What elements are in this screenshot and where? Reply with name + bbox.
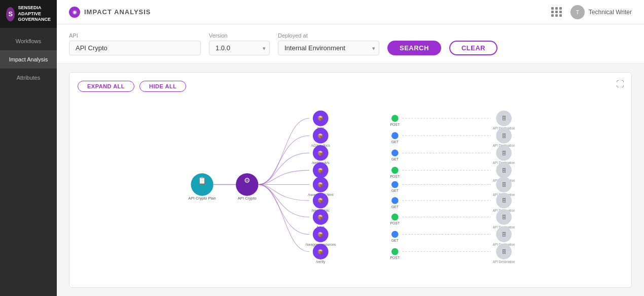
sidebar-item-label: Impact Analysis — [9, 56, 48, 62]
deployed-select[interactable]: Internal Environment External Environmen… — [278, 41, 379, 55]
sidebar-item-label: Workflows — [16, 38, 42, 44]
impact-diagram: 📋 API Crypto Plan ⚙ API Crypto 📦 /sign P… — [78, 98, 623, 271]
logo-icon: S — [6, 7, 15, 21]
hide-all-button[interactable]: HIDE ALL — [139, 81, 186, 92]
svg-text:API Crypto Plan: API Crypto Plan — [188, 196, 216, 201]
svg-text:📦: 📦 — [317, 249, 324, 255]
sidebar-item-impact-analysis[interactable]: Impact Analysis — [0, 50, 57, 69]
svg-text:📦: 📦 — [317, 232, 324, 238]
svg-text:📦: 📦 — [317, 182, 324, 188]
svg-text:🗄: 🗄 — [502, 134, 506, 139]
search-bar: API Version 1.0.0 2.0.0 Deployed at Inte… — [57, 24, 644, 64]
main-content: ◉ IMPACT ANALYSIS T Technical Writer API… — [57, 0, 644, 296]
page-title: IMPACT ANALYSIS — [84, 8, 151, 16]
sidebar-nav: Workflows Impact Analysis Attributes — [0, 32, 57, 87]
topbar-title: ◉ IMPACT ANALYSIS — [69, 7, 151, 18]
logo-text: SENSEDIAADAPTIVEGOVERNANCE — [18, 5, 51, 23]
api-input[interactable] — [69, 41, 201, 55]
svg-text:GET: GET — [391, 189, 399, 192]
svg-point-21 — [391, 132, 399, 139]
diagram-card: EXPAND ALL HIDE ALL ⛶ — [69, 72, 632, 288]
expand-all-button[interactable]: EXPAND ALL — [78, 81, 134, 92]
diagram-toolbar: EXPAND ALL HIDE ALL — [78, 81, 623, 92]
svg-text:📋: 📋 — [198, 176, 207, 185]
topbar: ◉ IMPACT ANALYSIS T Technical Writer — [57, 0, 644, 24]
sidebar-logo: S SENSEDIAADAPTIVEGOVERNANCE — [0, 0, 57, 28]
clear-button[interactable]: CLEAR — [449, 41, 497, 55]
svg-text:🗄: 🗄 — [502, 182, 506, 187]
svg-text:GET: GET — [391, 205, 399, 209]
svg-text:🗄: 🗄 — [502, 116, 506, 121]
svg-text:📦: 📦 — [317, 168, 324, 174]
svg-text:🗄: 🗄 — [502, 249, 506, 254]
svg-text:📦: 📦 — [317, 115, 324, 121]
svg-point-33 — [391, 181, 399, 188]
svg-point-37 — [391, 197, 399, 204]
svg-text:POST: POST — [390, 175, 400, 178]
svg-text:API Destination: API Destination — [493, 260, 515, 264]
user-name: Technical Writer — [589, 9, 632, 16]
sidebar-item-workflows[interactable]: Workflows — [0, 32, 57, 50]
svg-text:API Crypto: API Crypto — [238, 196, 257, 201]
sidebar-item-attributes[interactable]: Attributes — [0, 69, 57, 87]
svg-text:🗄: 🗄 — [502, 215, 506, 220]
version-select[interactable]: 1.0.0 2.0.0 — [209, 41, 270, 55]
version-select-wrapper: 1.0.0 2.0.0 — [209, 41, 270, 55]
svg-text:📦: 📦 — [317, 214, 324, 220]
svg-point-49 — [391, 248, 399, 255]
svg-text:POST: POST — [390, 221, 400, 225]
svg-text:⚙: ⚙ — [244, 177, 251, 184]
svg-text:/verify: /verify — [316, 260, 326, 264]
topbar-logo-icon: ◉ — [69, 7, 80, 18]
svg-text:POST: POST — [390, 256, 400, 259]
user-area[interactable]: T Technical Writer — [570, 5, 632, 19]
api-label: API — [69, 32, 201, 39]
deployed-field-group: Deployed at Internal Environment Externa… — [278, 32, 379, 55]
svg-text:POST: POST — [390, 123, 400, 126]
avatar: T — [570, 5, 585, 19]
svg-point-41 — [391, 214, 399, 221]
svg-point-25 — [391, 149, 399, 156]
svg-text:📦: 📦 — [317, 133, 324, 139]
api-field-group: API — [69, 32, 201, 55]
svg-text:📦: 📦 — [317, 198, 324, 204]
apps-grid-icon[interactable] — [551, 7, 562, 17]
svg-point-17 — [391, 115, 399, 122]
svg-text:🗄: 🗄 — [502, 151, 506, 156]
svg-point-29 — [391, 167, 399, 174]
deployed-select-wrapper: Internal Environment External Environmen… — [278, 41, 379, 55]
search-button[interactable]: SEARCH — [387, 41, 441, 55]
svg-text:🗄: 🗄 — [502, 168, 506, 173]
sidebar-item-label: Attributes — [17, 75, 40, 81]
version-label: Version — [209, 32, 270, 39]
svg-text:GET: GET — [391, 157, 399, 161]
fullscreen-button[interactable]: ⛶ — [616, 80, 624, 89]
diagram-area: EXPAND ALL HIDE ALL ⛶ — [57, 64, 644, 296]
svg-text:🗄: 🗄 — [502, 232, 506, 237]
version-field-group: Version 1.0.0 2.0.0 — [209, 32, 270, 55]
deployed-label: Deployed at — [278, 32, 379, 39]
topbar-right: T Technical Writer — [551, 5, 632, 19]
svg-text:📦: 📦 — [317, 150, 324, 156]
svg-text:🗄: 🗄 — [502, 198, 506, 203]
svg-point-45 — [391, 231, 399, 238]
diagram-svg-wrapper: 📋 API Crypto Plan ⚙ API Crypto 📦 /sign P… — [78, 98, 623, 271]
svg-text:GET: GET — [391, 239, 399, 242]
svg-text:GET: GET — [391, 140, 399, 144]
sidebar: S SENSEDIAADAPTIVEGOVERNANCE Workflows I… — [0, 0, 57, 296]
